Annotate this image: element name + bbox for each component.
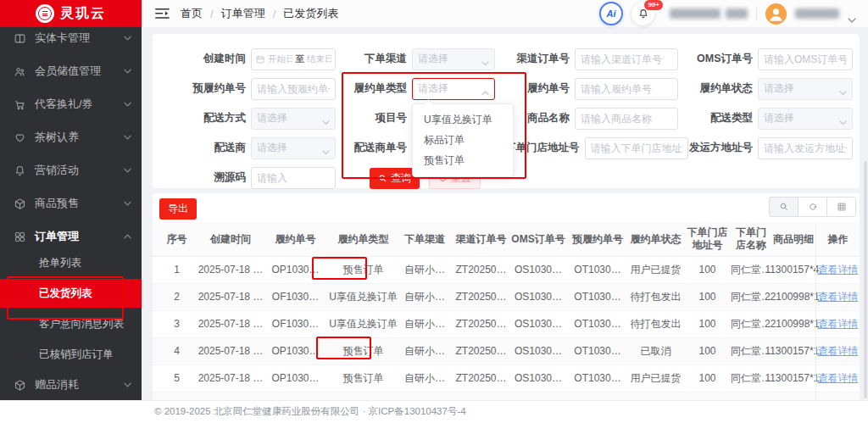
dropdown-option-2[interactable]: 预售订单: [413, 150, 513, 170]
topbar: 首页 / 订单管理 / 已发货列表 Ai 99+: [142, 0, 868, 28]
brand-logo: 灵玑云: [0, 0, 142, 27]
chevron-down-icon: [839, 116, 847, 121]
filter-field-3-3[interactable]: [758, 137, 853, 159]
view-details-link[interactable]: 查看详情: [818, 318, 859, 331]
table-cell: ZT20250…: [453, 338, 509, 365]
filter-field-2-3[interactable]: [585, 137, 688, 159]
sidebar-item-label: 实体卡管理: [35, 31, 90, 46]
filter-label: 履约单号: [505, 81, 570, 96]
table-cell: 11300157*1,: [771, 338, 815, 365]
filter-field-2-2[interactable]: [575, 108, 678, 130]
heart-icon: [14, 131, 26, 144]
sidebar-item-3[interactable]: 茶树认养: [0, 126, 142, 148]
avatar[interactable]: [765, 3, 787, 25]
column-header: 下单门店地址号: [684, 222, 731, 256]
filter-field-0-1[interactable]: [251, 78, 336, 100]
filter-field-2-0[interactable]: [575, 48, 678, 70]
filter-label: 渠道订单号: [505, 52, 570, 66]
bell-icon: [14, 164, 26, 177]
table-cell: OS1030…: [509, 365, 568, 392]
sidebar-item-5[interactable]: 商品预售: [0, 192, 142, 214]
sidebar-subitem-2[interactable]: 客户意向消息列表: [0, 313, 142, 335]
filter-field-3-2[interactable]: 请选择: [758, 108, 853, 130]
view-details-link[interactable]: 查看详情: [818, 291, 859, 303]
sidebar-item-4[interactable]: 营销活动: [0, 159, 142, 181]
filter-field-3-0[interactable]: [758, 48, 853, 70]
breadcrumb-separator: /: [273, 8, 276, 20]
dropdown-option-0[interactable]: U享值兑换订单: [413, 109, 513, 130]
sidebar-item-0[interactable]: 实体卡管理: [0, 27, 142, 49]
filter-field-1-1[interactable]: 请选择: [412, 78, 495, 100]
filter-field-0-0[interactable]: 开始日期至结束日期: [251, 48, 336, 70]
sidebar-subitem-3[interactable]: 已核销到店订单: [0, 343, 142, 365]
chevron-down-icon: [839, 86, 847, 92]
breadcrumb-separator: /: [210, 8, 214, 20]
filter-field-0-4[interactable]: [251, 167, 336, 189]
chevron-down-icon[interactable]: [848, 11, 856, 17]
copyright-text: © 2019-2025 北京同仁堂健康药业股份有限公司 · 京ICP备13010…: [154, 401, 466, 422]
table-cell: 自研小…: [396, 257, 453, 283]
column-header: 序号: [153, 222, 201, 256]
table-cell: 4: [153, 338, 201, 365]
table-cell: OP1030…: [260, 257, 331, 283]
view-details-link[interactable]: 查看详情: [818, 372, 859, 385]
table-tool-grid-view-icon[interactable]: [826, 197, 856, 217]
table-cell: 2025-07-18 …: [201, 257, 260, 283]
table-cell: 2025-07-18 …: [201, 311, 260, 337]
table-row: 22025-07-18 …OF1030…U享值兑换订单自研小…ZT20250…O…: [153, 284, 860, 311]
breadcrumb-home[interactable]: 首页: [181, 6, 203, 21]
divider: [756, 8, 757, 20]
table-cell: 待打包发出: [627, 311, 684, 337]
fulfillment-type-dropdown: U享值兑换订单标品订单预售订单: [412, 103, 514, 177]
sidebar-item-7[interactable]: 赠品消耗: [0, 374, 142, 396]
notifications-button[interactable]: 99+: [632, 3, 654, 25]
table-tool-refresh-icon[interactable]: [798, 197, 827, 217]
orders-table: 序号创建时间履约单号履约单类型下单渠道渠道订单号OMS订单号预履约单号履约单状态…: [153, 222, 860, 401]
redacted-username: [795, 8, 839, 19]
filter-label: 商品名称: [505, 111, 570, 125]
table-cell: 查看详情: [815, 365, 860, 392]
chevron-down-icon: [322, 146, 330, 151]
sidebar-subitem-0[interactable]: 抢单列表: [0, 252, 142, 274]
sidebar-item-6[interactable]: 订单管理: [0, 225, 142, 248]
view-details-link[interactable]: 查看详情: [818, 264, 859, 276]
table-cell: 11300157*1,: [771, 365, 815, 392]
table-cell: 22100998*1,: [771, 284, 815, 310]
sidebar-item-2[interactable]: 代客换礼/券: [0, 93, 142, 115]
export-button[interactable]: 导出: [159, 198, 197, 220]
collapse-sidebar-icon[interactable]: [155, 8, 170, 19]
breadcrumb-shipped-list[interactable]: 已发货列表: [283, 6, 338, 21]
sidebar-subitem-1[interactable]: 已发货列表: [0, 279, 142, 308]
sidebar-item-1[interactable]: 会员储值管理: [0, 60, 142, 82]
table-row: 52025-07-18 …OP1030…预售订单自研小…ZT20250…OS10…: [153, 365, 860, 392]
table-header-row: 序号创建时间履约单号履约单类型下单渠道渠道订单号OMS订单号预履约单号履约单状态…: [153, 222, 860, 257]
column-header: 履约单号: [260, 222, 331, 256]
table-tool-search-icon[interactable]: [769, 197, 798, 217]
filter-field-0-3[interactable]: 请选择: [251, 137, 336, 159]
view-details-link[interactable]: 查看详情: [818, 345, 859, 358]
table-cell: 100: [684, 365, 731, 392]
column-header: 创建时间: [201, 222, 260, 256]
search-button-label: 查询: [391, 171, 411, 186]
table-cell: 2025-07-18 …: [201, 284, 260, 310]
table-cell: 2025-07-18 …: [201, 365, 260, 392]
filter-field-1-0[interactable]: 请选择: [412, 48, 495, 70]
table-cell: ZT20250…: [453, 365, 509, 392]
table-cell: OP1030…: [260, 365, 331, 392]
dropdown-option-1[interactable]: 标品订单: [413, 130, 513, 150]
filter-field-2-1[interactable]: [575, 78, 678, 100]
sidebar-item-label: 商品预售: [35, 196, 79, 211]
ai-assistant-button[interactable]: Ai: [599, 2, 623, 25]
filter-label: 配送商: [153, 141, 246, 155]
table-cell: 100: [684, 338, 731, 365]
table-row: 32025-07-18 …OF1030…U享值兑换订单自研小…ZT20250…O…: [153, 311, 860, 338]
sidebar-menu: 实体卡管理会员储值管理代客换礼/券茶树认养营销活动商品预售订单管理抢单列表已发货…: [0, 27, 142, 396]
notification-badge: 99+: [643, 0, 664, 11]
table-cell: 自研小…: [396, 284, 453, 310]
table-cell: 5: [153, 365, 201, 392]
filter-field-3-1[interactable]: 请选择: [758, 78, 853, 100]
filter-field-0-2[interactable]: 请选择: [251, 108, 336, 130]
breadcrumb-order-management[interactable]: 订单管理: [221, 6, 265, 21]
vertical-scrollbar[interactable]: [864, 161, 867, 398]
filter-label: 配送类型: [685, 111, 753, 125]
